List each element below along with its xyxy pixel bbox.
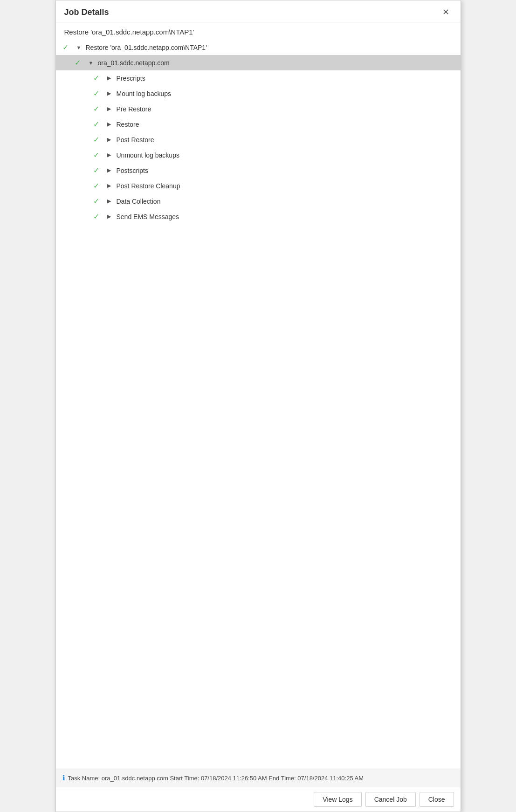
expand-icon-post-restore: ▶ bbox=[107, 137, 116, 143]
check-icon-host: ✓ bbox=[75, 58, 85, 67]
expand-icon-restore: ▶ bbox=[107, 121, 116, 127]
tree-item-restore[interactable]: ✓ ▶ Restore bbox=[56, 117, 461, 132]
tree-item-pre-restore[interactable]: ✓ ▶ Pre Restore bbox=[56, 101, 461, 117]
tree-label-post-restore-cleanup: Post Restore Cleanup bbox=[117, 182, 180, 190]
check-icon-restore: ✓ bbox=[93, 120, 103, 129]
dialog-title: Job Details bbox=[64, 7, 109, 17]
check-icon-prescripts: ✓ bbox=[93, 74, 103, 83]
tree-item-host[interactable]: ✓ ▼ ora_01.sddc.netapp.com bbox=[56, 55, 461, 70]
expand-icon-send-ems: ▶ bbox=[107, 213, 116, 220]
check-icon-post-restore: ✓ bbox=[93, 135, 103, 144]
expand-icon-unmount-log: ▶ bbox=[107, 152, 116, 158]
expand-icon-mount-log: ▶ bbox=[107, 90, 116, 96]
tree-label-host: ora_01.sddc.netapp.com bbox=[98, 59, 170, 67]
tree-item-data-collection[interactable]: ✓ ▶ Data Collection bbox=[56, 193, 461, 209]
expand-icon-post-restore-cleanup: ▶ bbox=[107, 183, 116, 189]
tree-label-pre-restore: Pre Restore bbox=[117, 105, 151, 113]
dialog-subtitle: Restore 'ora_01.sddc.netapp.com\NTAP1' bbox=[56, 22, 461, 40]
tree-label-postscripts: Postscripts bbox=[117, 167, 148, 174]
expand-icon-prescripts: ▶ bbox=[107, 75, 116, 81]
tree-label-send-ems: Send EMS Messages bbox=[117, 213, 179, 220]
view-logs-button[interactable]: View Logs bbox=[314, 792, 361, 807]
tree-label-mount-log: Mount log backups bbox=[117, 90, 172, 97]
tree-container: ✓ ▼ Restore 'ora_01.sddc.netapp.com\NTAP… bbox=[56, 40, 461, 234]
cancel-job-button[interactable]: Cancel Job bbox=[365, 792, 416, 807]
dialog-body: ✓ ▼ Restore 'ora_01.sddc.netapp.com\NTAP… bbox=[56, 40, 461, 769]
expand-icon-pre-restore: ▶ bbox=[107, 106, 116, 112]
footer-task-info: Task Name: ora_01.sddc.netapp.com Start … bbox=[68, 775, 364, 782]
close-button[interactable]: Close bbox=[420, 792, 454, 807]
check-icon-post-restore-cleanup: ✓ bbox=[93, 181, 103, 190]
check-icon-data-collection: ✓ bbox=[93, 197, 103, 206]
tree-label-root: Restore 'ora_01.sddc.netapp.com\NTAP1' bbox=[86, 44, 207, 51]
tree-item-postscripts[interactable]: ✓ ▶ Postscripts bbox=[56, 163, 461, 178]
dialog-header: Job Details ✕ bbox=[56, 0, 461, 22]
tree-item-post-restore-cleanup[interactable]: ✓ ▶ Post Restore Cleanup bbox=[56, 178, 461, 193]
check-icon-mount-log: ✓ bbox=[93, 89, 103, 98]
tree-item-prescripts[interactable]: ✓ ▶ Prescripts bbox=[56, 70, 461, 86]
check-icon-pre-restore: ✓ bbox=[93, 104, 103, 113]
tree-item-post-restore[interactable]: ✓ ▶ Post Restore bbox=[56, 132, 461, 147]
close-x-button[interactable]: ✕ bbox=[440, 7, 452, 17]
tree-label-unmount-log: Unmount log backups bbox=[117, 151, 179, 159]
check-icon-send-ems: ✓ bbox=[93, 212, 103, 221]
check-icon-root: ✓ bbox=[62, 43, 73, 52]
check-icon-postscripts: ✓ bbox=[93, 166, 103, 175]
check-icon-unmount-log: ✓ bbox=[93, 151, 103, 159]
tree-item-send-ems[interactable]: ✓ ▶ Send EMS Messages bbox=[56, 209, 461, 224]
tree-label-prescripts: Prescripts bbox=[117, 75, 145, 82]
job-details-dialog: Job Details ✕ Restore 'ora_01.sddc.netap… bbox=[55, 0, 461, 812]
tree-item-root[interactable]: ✓ ▼ Restore 'ora_01.sddc.netapp.com\NTAP… bbox=[56, 40, 461, 55]
tree-label-post-restore: Post Restore bbox=[117, 136, 154, 144]
tree-item-unmount-log[interactable]: ✓ ▶ Unmount log backups bbox=[56, 147, 461, 163]
info-icon: ℹ bbox=[62, 774, 65, 782]
expand-icon-data-collection: ▶ bbox=[107, 198, 116, 204]
expand-icon-host: ▼ bbox=[89, 60, 97, 66]
expand-icon-postscripts: ▶ bbox=[107, 167, 116, 173]
footer-buttons: View Logs Cancel Job Close bbox=[56, 787, 461, 812]
tree-label-data-collection: Data Collection bbox=[117, 198, 161, 205]
footer-info-bar: ℹ Task Name: ora_01.sddc.netapp.com Star… bbox=[56, 769, 461, 787]
expand-icon-root: ▼ bbox=[76, 45, 85, 50]
tree-item-mount-log[interactable]: ✓ ▶ Mount log backups bbox=[56, 86, 461, 101]
tree-label-restore: Restore bbox=[117, 121, 139, 128]
